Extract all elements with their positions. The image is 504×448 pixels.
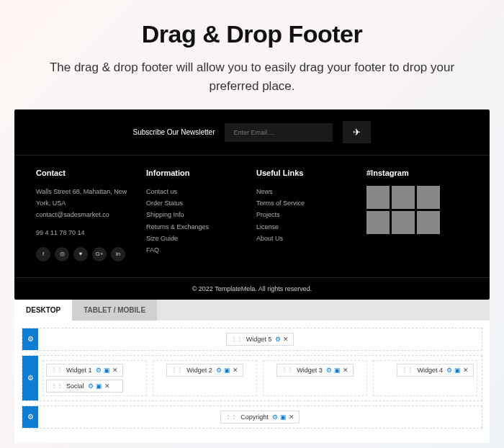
close-icon[interactable]: ✕	[289, 413, 294, 421]
tab-tablet-mobile[interactable]: TABLET / MOBILE	[72, 300, 157, 321]
instagram-thumb[interactable]	[417, 186, 440, 209]
facebook-icon[interactable]: f	[36, 247, 50, 261]
page-subtitle: The drag & drop footer will allow you to…	[43, 58, 461, 95]
widget-label: Widget 5	[246, 336, 272, 343]
drag-icon: ⋮⋮	[225, 413, 237, 420]
information-heading: Information	[146, 169, 248, 177]
gear-icon[interactable]: ⚙	[446, 367, 452, 374]
twitter-icon[interactable]: ♥	[73, 247, 88, 261]
gear-icon[interactable]: ⚙	[275, 336, 281, 343]
widget-block[interactable]: ⋮⋮ Widget 2 ⚙▣✕	[166, 364, 243, 377]
eye-icon[interactable]: ▣	[104, 367, 110, 374]
newsletter-label: Subscribe Our Newsletter	[133, 128, 215, 136]
gear-icon[interactable]: ⚙	[216, 367, 222, 374]
newsletter-submit-button[interactable]: ✈	[343, 121, 371, 143]
close-icon[interactable]: ✕	[283, 336, 289, 343]
drag-icon: ⋮⋮	[402, 367, 413, 373]
widget-block[interactable]: ⋮⋮ Widget 3 ⚙▣✕	[276, 364, 354, 377]
newsletter-email-input[interactable]	[225, 123, 333, 142]
footer-col-information: Information Contact us Order Status Ship…	[146, 169, 248, 261]
footer-link[interactable]: FAQ	[146, 244, 248, 256]
eye-icon[interactable]: ▣	[334, 367, 341, 374]
contact-email: contact@sadesmarket.co	[36, 209, 138, 220]
drag-icon: ⋮⋮	[171, 367, 183, 373]
eye-icon[interactable]: ▣	[454, 367, 461, 374]
widget-block[interactable]: ⋮⋮ Widget 5 ⚙✕	[226, 333, 294, 346]
instagram-heading: #Instagram	[366, 169, 468, 177]
instagram-thumb[interactable]	[417, 211, 440, 234]
contact-heading: Contact	[36, 169, 138, 177]
instagram-thumb[interactable]	[392, 186, 415, 209]
footer-link[interactable]: News	[256, 186, 358, 197]
useful-heading: Useful Links	[256, 169, 358, 177]
close-icon[interactable]: ✕	[112, 367, 118, 374]
device-tabs: DESKTOP TABLET / MOBILE	[14, 300, 490, 321]
footer-link[interactable]: Projects	[256, 209, 358, 220]
contact-address: Walls Street 68, Mahattan, New York, USA	[36, 186, 138, 209]
footer-link[interactable]: Returns & Exchanges	[146, 221, 248, 233]
page-title: Drag & Drop Footer	[43, 20, 461, 48]
send-icon: ✈	[353, 127, 361, 138]
footer-link[interactable]: Order Status	[146, 197, 248, 209]
footer-link[interactable]: License	[256, 221, 358, 233]
footer-link[interactable]: About Us	[256, 233, 358, 244]
drag-icon: ⋮⋮	[231, 336, 243, 342]
widget-block[interactable]: ⋮⋮ Widget 1 ⚙▣✕	[46, 364, 123, 377]
gear-icon: ⚙	[27, 335, 34, 343]
close-icon[interactable]: ✕	[343, 367, 348, 374]
footer-link[interactable]: Shipping Info	[146, 209, 248, 220]
eye-icon[interactable]: ▣	[280, 413, 287, 421]
widget-label: Copyright	[240, 413, 269, 421]
gear-icon[interactable]: ⚙	[272, 413, 278, 421]
tab-desktop[interactable]: DESKTOP	[14, 300, 72, 321]
newsletter-bar: Subscribe Our Newsletter ✈	[14, 109, 490, 156]
gear-icon: ⚙	[27, 413, 34, 421]
google-plus-icon[interactable]: G+	[92, 247, 107, 261]
drag-icon: ⋮⋮	[282, 367, 293, 373]
gear-icon[interactable]: ⚙	[96, 367, 102, 374]
eye-icon[interactable]: ▣	[96, 382, 102, 390]
footer-builder: DESKTOP TABLET / MOBILE ⚙ ⋮⋮ Widget 5 ⚙✕…	[14, 300, 490, 443]
linkedin-icon[interactable]: in	[111, 247, 125, 261]
widget-label: Widget 2	[186, 367, 212, 374]
row-settings-button[interactable]: ⚙	[22, 356, 38, 400]
footer-link[interactable]: Size Guide	[146, 233, 248, 244]
builder-row: ⚙ ⋮⋮ Copyright ⚙▣✕	[22, 406, 482, 429]
social-icons: f ◎ ♥ G+ in	[36, 247, 138, 261]
drag-icon: ⋮⋮	[51, 367, 63, 373]
footer-copyright: © 2022 TemplateMela. All rights reserved…	[14, 277, 490, 300]
builder-row: ⚙ ⋮⋮ Widget 5 ⚙✕	[22, 328, 482, 351]
instagram-thumb[interactable]	[392, 211, 415, 234]
row-settings-button[interactable]: ⚙	[22, 406, 38, 428]
gear-icon[interactable]: ⚙	[326, 367, 332, 374]
widget-block[interactable]: ⋮⋮ Widget 4 ⚙▣✕	[397, 364, 474, 377]
close-icon[interactable]: ✕	[104, 382, 110, 390]
instagram-icon[interactable]: ◎	[55, 247, 69, 261]
footer-col-useful: Useful Links News Terms of Service Proje…	[256, 169, 358, 261]
footer-link[interactable]: Contact us	[146, 186, 248, 197]
footer-preview: Subscribe Our Newsletter ✈ Contact Walls…	[14, 109, 490, 300]
widget-label: Widget 4	[417, 367, 443, 374]
builder-row: ⚙ ⋮⋮ Widget 1 ⚙▣✕ ⋮⋮ Social	[22, 355, 482, 401]
eye-icon[interactable]: ▣	[224, 367, 230, 374]
row-settings-button[interactable]: ⚙	[22, 328, 38, 350]
widget-label: Social	[66, 382, 84, 390]
instagram-thumb[interactable]	[366, 186, 390, 209]
gear-icon: ⚙	[27, 374, 34, 382]
footer-link[interactable]: Terms of Service	[256, 197, 358, 209]
instagram-thumb[interactable]	[366, 211, 390, 234]
widget-block[interactable]: ⋮⋮ Copyright ⚙▣✕	[220, 411, 300, 424]
contact-phone: 99 4 11 78 70 14	[36, 227, 138, 238]
drag-icon: ⋮⋮	[51, 382, 63, 389]
gear-icon[interactable]: ⚙	[88, 382, 94, 390]
close-icon[interactable]: ✕	[233, 367, 238, 374]
footer-col-contact: Contact Walls Street 68, Mahattan, New Y…	[36, 169, 138, 261]
widget-label: Widget 3	[297, 367, 323, 374]
footer-col-instagram: #Instagram	[366, 169, 468, 261]
widget-block[interactable]: ⋮⋮ Social ⚙▣✕	[46, 380, 123, 393]
widget-label: Widget 1	[66, 367, 92, 374]
close-icon[interactable]: ✕	[463, 367, 469, 374]
